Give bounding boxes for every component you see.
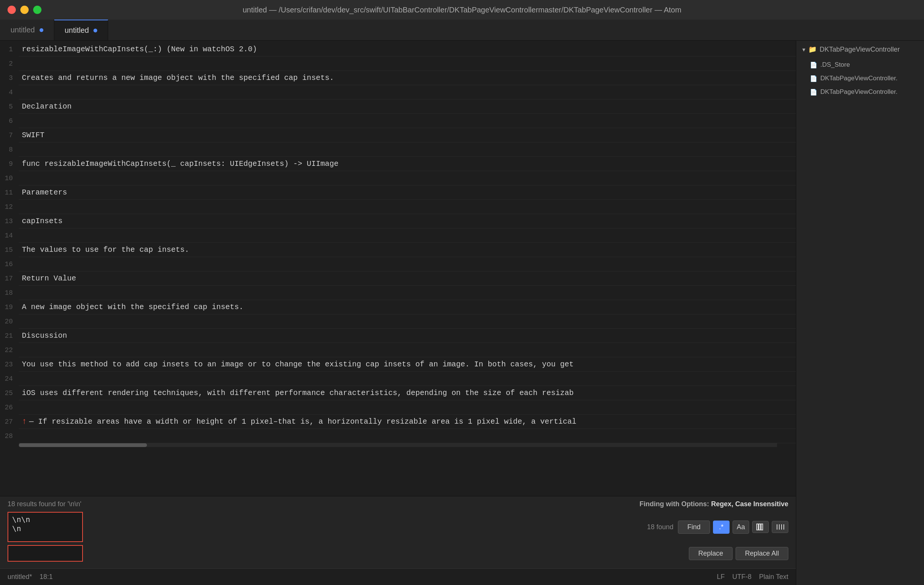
code-line-9: 9func resizableImageWithCapInsets(_ capI… <box>0 157 796 171</box>
line-content-17[interactable]: Return Value <box>19 271 796 286</box>
line-content-8[interactable] <box>19 142 796 157</box>
maximize-button[interactable] <box>33 6 41 14</box>
line-content-3[interactable]: Creates and returns a new image object w… <box>19 71 796 85</box>
find-options-text: Finding with Options: Regex, Case Insens… <box>640 500 788 508</box>
code-line-22: 22 <box>0 343 796 357</box>
line-content-1[interactable]: resizableImageWithCapInsets(_:) (New in … <box>19 42 796 56</box>
line-content-19[interactable]: A new image object with the specified ca… <box>19 300 796 314</box>
line-content-6[interactable] <box>19 114 796 128</box>
line-number-17: 17 <box>0 271 19 286</box>
line-number-26: 26 <box>0 400 19 415</box>
line-number-13: 13 <box>0 214 19 228</box>
close-button[interactable] <box>8 6 16 14</box>
sidebar-item-ds-store[interactable]: 📄 .DS_Store <box>796 58 924 72</box>
arrow-indicator: ↑ <box>22 415 27 429</box>
status-position: 18:1 <box>40 573 53 581</box>
code-line-14: 14 <box>0 228 796 243</box>
line-content-15[interactable]: The values to use for the cap insets. <box>19 243 796 257</box>
line-content-20[interactable] <box>19 314 796 329</box>
line-content-18[interactable] <box>19 286 796 300</box>
sidebar-item-file-2[interactable]: 📄 DKTabPageViewController. <box>796 85 924 99</box>
regex-button[interactable]: .* <box>713 521 729 534</box>
sidebar-item-label-2: DKTabPageViewController. <box>820 74 898 82</box>
code-line-12: 12 <box>0 200 796 214</box>
replace-input[interactable] <box>8 545 83 562</box>
code-line-23: 23You use this method to add cap insets … <box>0 357 796 372</box>
line-content-12[interactable] <box>19 200 796 214</box>
code-line-25: 25iOS uses different rendering technique… <box>0 386 796 400</box>
code-line-26: 26 <box>0 400 796 415</box>
line-number-19: 19 <box>0 300 19 314</box>
line-content-10[interactable] <box>19 171 796 185</box>
sidebar-item-label-1: .DS_Store <box>820 61 850 69</box>
line-content-9[interactable]: func resizableImageWithCapInsets(_ capIn… <box>19 157 796 171</box>
line-number-14: 14 <box>0 228 19 243</box>
in-selection-icon <box>776 524 784 530</box>
line-content-26[interactable] <box>19 400 796 415</box>
find-info: 18 results found for '\n\n' Finding with… <box>8 500 788 508</box>
line-number-12: 12 <box>0 200 19 214</box>
line-number-6: 6 <box>0 114 19 128</box>
status-filename: untitled* <box>8 573 32 581</box>
code-line-7: 7SWIFT <box>0 128 796 142</box>
line-content-28[interactable] <box>19 429 796 443</box>
line-content-7[interactable]: SWIFT <box>19 128 796 142</box>
line-number-2: 2 <box>0 56 19 71</box>
tab-2-modified-dot <box>94 29 97 32</box>
line-number-9: 9 <box>0 157 19 171</box>
file-icon-1: 📄 <box>810 61 817 69</box>
replace-button[interactable]: Replace <box>689 547 733 560</box>
title-bar-text: untitled — /Users/crifan/dev/dev_src/swi… <box>243 6 681 14</box>
code-line-17: 17Return Value <box>0 271 796 286</box>
status-line-ending: LF <box>717 573 724 581</box>
minimize-button[interactable] <box>20 6 29 14</box>
line-content-27[interactable]: ↑— If resizable areas have a width or he… <box>19 415 796 429</box>
horizontal-scrollbar[interactable] <box>19 443 777 447</box>
in-selection-button[interactable] <box>772 521 788 533</box>
line-content-22[interactable] <box>19 343 796 357</box>
line-content-5[interactable]: Declaration <box>19 99 796 114</box>
line-content-11[interactable]: Parameters <box>19 185 796 200</box>
title-bar: untitled — /Users/crifan/dev/dev_src/swi… <box>0 0 924 20</box>
status-bar: untitled* 18:1 LF UTF-8 Plain Text <box>0 568 796 585</box>
line-content-2[interactable] <box>19 56 796 71</box>
case-sensitive-button[interactable]: Aa <box>733 521 749 534</box>
find-bar: 18 results found for '\n\n' Finding with… <box>0 496 796 568</box>
line-number-20: 20 <box>0 314 19 329</box>
tab-2[interactable]: untitled <box>54 20 109 40</box>
find-input[interactable]: \n\n \n <box>8 512 83 542</box>
folder-icon: 📁 <box>808 45 817 53</box>
line-number-16: 16 <box>0 257 19 271</box>
code-line-8: 8 <box>0 142 796 157</box>
code-line-21: 21Discussion <box>0 329 796 343</box>
tab-1-modified-dot <box>40 28 43 32</box>
sidebar-item-file-1[interactable]: 📄 DKTabPageViewController. <box>796 72 924 85</box>
tab-bar: untitled untitled <box>0 20 924 41</box>
line-number-7: 7 <box>0 128 19 142</box>
line-content-21[interactable]: Discussion <box>19 329 796 343</box>
line-number-4: 4 <box>0 85 19 99</box>
line-content-25[interactable]: iOS uses different rendering techniques,… <box>19 386 796 400</box>
line-number-21: 21 <box>0 329 19 343</box>
line-content-24[interactable] <box>19 372 796 386</box>
svg-rect-1 <box>759 524 761 530</box>
line-content-16[interactable] <box>19 257 796 271</box>
line-content-13[interactable]: capInsets <box>19 214 796 228</box>
code-line-11: 11Parameters <box>0 185 796 200</box>
sidebar-header[interactable]: ▾ 📁 DKTabPageViewController <box>796 41 924 58</box>
file-icon-3: 📄 <box>810 89 817 96</box>
whole-word-button[interactable] <box>752 521 769 533</box>
line-content-4[interactable] <box>19 85 796 99</box>
main-area: 1resizableImageWithCapInsets(_:) (New in… <box>0 41 924 585</box>
line-content-23[interactable]: You use this method to add cap insets to… <box>19 357 796 372</box>
line-number-24: 24 <box>0 372 19 386</box>
status-grammar: Plain Text <box>759 573 788 581</box>
code-line-5: 5Declaration <box>0 99 796 114</box>
line-number-10: 10 <box>0 171 19 185</box>
window-controls <box>8 6 41 14</box>
tab-1[interactable]: untitled <box>0 20 54 40</box>
replace-all-button[interactable]: Replace All <box>736 547 788 560</box>
find-button[interactable]: Find <box>678 521 710 534</box>
line-content-14[interactable] <box>19 228 796 243</box>
code-container[interactable]: 1resizableImageWithCapInsets(_:) (New in… <box>0 41 796 496</box>
